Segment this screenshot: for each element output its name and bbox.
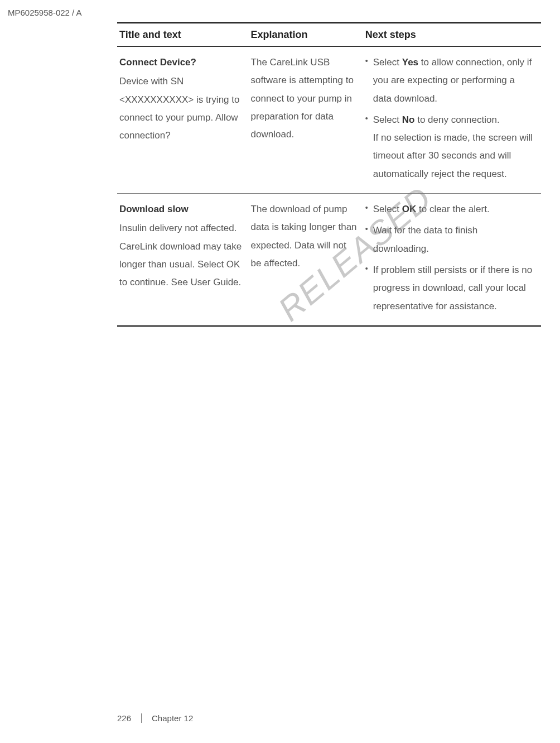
page-footer: 226 Chapter 12 — [117, 713, 193, 723]
table-row: Download slow Insulin delivery not affec… — [117, 194, 541, 326]
steps-list: Select Yes to allow connection, only if … — [365, 54, 535, 183]
th-title: Title and text — [117, 23, 249, 47]
th-explanation: Explanation — [249, 23, 363, 47]
step-bold: OK — [402, 204, 417, 214]
alerts-table: Title and text Explanation Next steps Co… — [117, 22, 541, 327]
step-extra: If no selection is made, the screen will… — [373, 129, 535, 183]
table-row: Connect Device? Device with SN <XXXXXXXX… — [117, 47, 541, 194]
step-text: If problem still persists or if there is… — [373, 265, 532, 311]
page-number: 226 — [117, 713, 142, 723]
step-pre: Select — [373, 204, 402, 214]
step-post: to deny connection. — [414, 114, 499, 125]
cell-explanation: The CareLink USB software is attempting … — [249, 47, 363, 194]
row-title: Connect Device? — [119, 54, 243, 71]
document-id: MP6025958-022 / A — [8, 8, 82, 17]
cell-title: Connect Device? Device with SN <XXXXXXXX… — [117, 47, 249, 194]
th-nextsteps: Next steps — [363, 23, 541, 47]
list-item: If problem still persists or if there is… — [365, 261, 535, 315]
step-bold: Yes — [402, 57, 418, 68]
page-body: Title and text Explanation Next steps Co… — [117, 22, 541, 327]
list-item: Select Yes to allow connection, only if … — [365, 54, 535, 108]
row-text: Device with SN <XXXXXXXXXX> is trying to… — [119, 73, 243, 145]
cell-explanation: The download of pump data is taking long… — [249, 194, 363, 326]
cell-title: Download slow Insulin delivery not affec… — [117, 194, 249, 326]
step-post: to clear the alert. — [416, 204, 489, 214]
row-title: Download slow — [119, 200, 243, 218]
list-item: Select No to deny connection. If no sele… — [365, 111, 535, 183]
step-text: Wait for the data to finish downloading. — [373, 225, 477, 253]
row-text: Insulin delivery not affected. CareLink … — [119, 219, 243, 291]
list-item: Select OK to clear the alert. — [365, 200, 535, 218]
step-bold: No — [402, 114, 415, 125]
list-item: Wait for the data to finish downloading. — [365, 222, 535, 258]
cell-steps: Select OK to clear the alert. Wait for t… — [363, 194, 541, 326]
chapter-label: Chapter 12 — [152, 713, 193, 723]
cell-steps: Select Yes to allow connection, only if … — [363, 47, 541, 194]
step-pre: Select — [373, 114, 402, 125]
step-pre: Select — [373, 57, 402, 68]
steps-list: Select OK to clear the alert. Wait for t… — [365, 200, 535, 315]
table-header-row: Title and text Explanation Next steps — [117, 23, 541, 47]
